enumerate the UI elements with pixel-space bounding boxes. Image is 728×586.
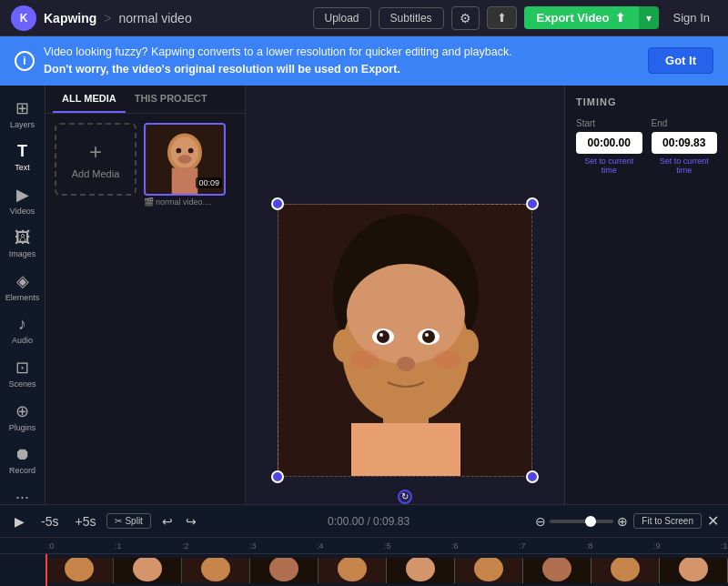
set-end-link[interactable]: Set to current time: [652, 157, 718, 175]
zoom-thumb[interactable]: [585, 516, 596, 527]
info-icon: i: [15, 51, 35, 71]
add-media-button[interactable]: + Add Media: [55, 123, 136, 196]
timeline-track-area[interactable]: [0, 554, 728, 586]
sidebar-item-plugins[interactable]: ⊕ Plugins: [2, 396, 44, 438]
play-button[interactable]: ▶: [9, 512, 30, 530]
signin-button[interactable]: Sign In: [666, 7, 717, 28]
ruler-mark-4: :4: [315, 541, 382, 551]
app-logo: K: [11, 5, 36, 31]
track-frame-6: [455, 558, 522, 583]
svg-point-15: [379, 333, 383, 337]
project-name: normal video: [119, 11, 192, 25]
ruler-marks: :0 :1 :2 :3 :4 :5 :6 :7 :8 :9 :10: [46, 541, 728, 551]
export-group: Export Video ⬆ ▾: [524, 6, 659, 29]
thumb-filename: 🎬 normal video....: [144, 197, 226, 207]
record-icon: ⏺: [15, 445, 31, 464]
sidebar-item-videos[interactable]: ▶ Videos: [2, 179, 44, 221]
svg-point-17: [397, 357, 415, 371]
ruler-mark-7: :7: [517, 541, 584, 551]
handle-top-left[interactable]: [271, 197, 284, 210]
ruler-mark-8: :8: [584, 541, 652, 551]
zoom-slider[interactable]: [550, 520, 613, 523]
ruler-mark-6: :6: [450, 541, 517, 551]
undo-button[interactable]: ↩: [157, 512, 178, 530]
text-icon: T: [17, 142, 27, 161]
skip-back-button[interactable]: -5s: [35, 512, 64, 530]
track-frame-7: [523, 558, 591, 583]
end-label: End: [652, 118, 718, 128]
ruler-mark-5: :5: [382, 541, 450, 551]
track-frame-3: [250, 558, 318, 583]
ruler-mark-2: :2: [180, 541, 248, 551]
sidebar-item-elements[interactable]: ◈ Elements: [2, 266, 44, 308]
subtitles-button[interactable]: Subtitles: [379, 7, 444, 29]
sidebar-item-layers[interactable]: ⊞ Layers: [2, 93, 44, 135]
sidebar-item-images[interactable]: 🖼 Images: [2, 223, 44, 264]
notification-bar: i Video looking fuzzy? Kapwing converts …: [0, 36, 728, 86]
topbar: K Kapwing > normal video Upload Subtitle…: [0, 0, 728, 36]
sidebar-item-scenes[interactable]: ⊡ Scenes: [2, 352, 44, 394]
svg-point-4: [188, 147, 194, 153]
svg-point-13: [377, 330, 389, 343]
plugins-icon: ⊕: [15, 401, 29, 421]
start-label: Start: [576, 118, 642, 128]
upload-icon: ⬆: [615, 11, 625, 25]
notification-text: Video looking fuzzy? Kapwing converts to…: [44, 44, 639, 78]
got-it-button[interactable]: Got It: [648, 47, 713, 74]
sidebar-item-audio[interactable]: ♪ Audio: [2, 309, 44, 350]
media-grid: + Add Media 00:09 🎬: [46, 114, 245, 216]
zoom-out-button[interactable]: ⊖: [535, 514, 546, 529]
timing-start-col: Start Set to current time: [576, 118, 642, 175]
media-thumbnail[interactable]: 00:09 🎬 normal video....: [144, 123, 226, 207]
fit-to-screen-button[interactable]: Fit to Screen: [633, 513, 702, 529]
handle-bottom-left[interactable]: [271, 470, 284, 483]
sidebar-label-images: Images: [9, 249, 36, 258]
track-frame-0: [46, 558, 113, 583]
audio-icon: ♪: [18, 315, 26, 334]
film-icon: 🎬: [144, 197, 154, 207]
track-frame-9: [660, 558, 727, 583]
sidebar-item-record[interactable]: ⏺ Record: [2, 440, 44, 480]
tab-all-media[interactable]: ALL MEDIA: [53, 86, 126, 113]
timeline-controls: ▶ -5s +5s ✂ Split ↩ ↪ 0:00.00 / 0:09.83 …: [0, 505, 728, 538]
ruler-mark-10: :10: [719, 541, 728, 551]
sidebar-label-record: Record: [9, 466, 35, 475]
end-input[interactable]: [652, 132, 718, 154]
svg-point-22: [351, 350, 379, 369]
sidebar-item-text[interactable]: T Text: [2, 136, 44, 177]
handle-bottom-right[interactable]: [526, 470, 539, 483]
handle-top-right[interactable]: [526, 197, 539, 210]
bottom-timeline: ▶ -5s +5s ✂ Split ↩ ↪ 0:00.00 / 0:09.83 …: [0, 504, 728, 586]
set-start-link[interactable]: Set to current time: [576, 157, 642, 175]
ruler-mark-3: :3: [248, 541, 315, 551]
track-frame-1: [114, 558, 181, 583]
svg-rect-21: [351, 423, 460, 477]
zoom-in-button[interactable]: ⊕: [617, 514, 628, 529]
layers-icon: ⊞: [15, 98, 29, 118]
split-button[interactable]: ✂ Split: [106, 513, 150, 529]
timing-inputs: Start Set to current time End Set to cur…: [576, 118, 717, 175]
rotate-handle[interactable]: ↻: [398, 490, 412, 504]
share-button[interactable]: ⬆: [487, 6, 517, 29]
svg-point-3: [177, 147, 182, 153]
current-time-display: 0:00.00 / 0:09.83: [328, 515, 410, 528]
video-canvas[interactable]: [278, 204, 532, 477]
video-track[interactable]: [46, 558, 728, 583]
export-label: Export Video: [537, 11, 610, 25]
upload-button[interactable]: Upload: [313, 7, 371, 29]
export-video-button[interactable]: Export Video ⬆: [524, 6, 638, 29]
ruler-mark-0: :0: [46, 541, 113, 551]
export-dropdown-button[interactable]: ▾: [638, 6, 659, 29]
close-timeline-button[interactable]: ✕: [707, 512, 719, 530]
images-icon: 🖼: [15, 228, 31, 248]
canvas-wrapper[interactable]: ↻: [278, 204, 532, 477]
tab-this-project[interactable]: THIS PROJECT: [126, 86, 217, 113]
redo-button[interactable]: ↪: [180, 512, 202, 530]
svg-point-18: [333, 329, 355, 362]
skip-forward-button[interactable]: +5s: [69, 512, 101, 530]
sidebar-label-layers: Layers: [10, 120, 35, 129]
settings-button[interactable]: ⚙: [451, 6, 480, 30]
track-frame-4: [318, 558, 386, 583]
current-time: 0:00.00: [328, 515, 364, 528]
start-input[interactable]: [576, 132, 642, 154]
